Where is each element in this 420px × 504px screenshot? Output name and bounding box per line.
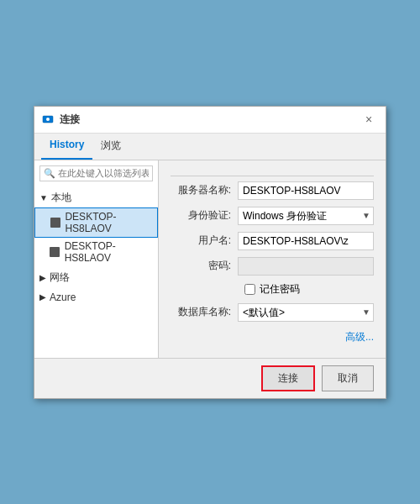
title-bar: 连接 × <box>34 107 386 134</box>
database-select[interactable]: <默认值> <box>238 303 374 322</box>
close-button[interactable]: × <box>359 110 379 129</box>
remember-label: 记住密码 <box>260 282 300 297</box>
search-input[interactable] <box>58 168 149 178</box>
remember-row: 记住密码 <box>171 282 374 297</box>
tree-item-normal[interactable]: DESKTOP-HS8LAOV <box>34 238 158 266</box>
tree-header-azure[interactable]: ▶ Azure <box>34 289 158 306</box>
password-input[interactable] <box>238 257 374 276</box>
auth-select-wrapper: Windows 身份验证 SQL Server 身份验证 ▼ <box>238 207 374 225</box>
left-panel: 🔍 ▼ 本地 DESKTOP-HS8LAOV DESKT <box>34 160 159 358</box>
arrow-icon-azure: ▶ <box>39 292 46 302</box>
username-input[interactable] <box>238 232 374 250</box>
azure-label: Azure <box>50 291 76 303</box>
connect-button[interactable]: 连接 <box>261 365 315 391</box>
bottom-buttons: 连接 取消 <box>34 358 386 398</box>
tree-header-network[interactable]: ▶ 网络 <box>34 268 158 287</box>
dialog-title: 连接 <box>60 113 359 127</box>
server-name-row: 服务器名称: <box>171 181 374 200</box>
password-label: 密码: <box>171 259 238 273</box>
advanced-link[interactable]: 高级... <box>345 331 374 343</box>
tree-item-selected[interactable]: DESKTOP-HS8LAOV <box>34 207 158 238</box>
tree-section-network: ▶ 网络 <box>34 268 158 287</box>
arrow-icon-network: ▶ <box>39 273 46 282</box>
search-box[interactable]: 🔍 <box>39 165 153 181</box>
cancel-button[interactable]: 取消 <box>322 365 374 391</box>
svg-point-1 <box>46 118 50 121</box>
dialog-content: 🔍 ▼ 本地 DESKTOP-HS8LAOV DESKT <box>34 160 386 358</box>
server-icon-selected <box>50 217 60 228</box>
tree-header-local[interactable]: ▼ 本地 <box>34 188 158 207</box>
connect-dialog: 连接 × History 浏览 🔍 ▼ 本地 <box>34 106 386 399</box>
database-label: 数据库名称: <box>171 305 238 319</box>
database-select-wrapper: <默认值> ▼ <box>238 303 374 322</box>
arrow-icon: ▼ <box>39 193 48 202</box>
auth-label: 身份验证: <box>171 208 238 223</box>
server-icon-normal <box>50 246 60 258</box>
tab-browse[interactable]: 浏览 <box>92 134 129 160</box>
auth-select[interactable]: Windows 身份验证 SQL Server 身份验证 <box>238 207 374 225</box>
remember-checkbox[interactable] <box>244 284 255 295</box>
top-divider <box>171 176 374 176</box>
server-name-label: 服务器名称: <box>171 183 238 197</box>
search-icon: 🔍 <box>44 168 55 179</box>
tree-item-label-normal: DESKTOP-HS8LAOV <box>65 240 153 264</box>
tab-history[interactable]: History <box>41 134 92 160</box>
right-panel: 服务器名称: 身份验证: Windows 身份验证 SQL Server 身份验… <box>159 160 386 358</box>
tree-section-local: ▼ 本地 DESKTOP-HS8LAOV DESKTOP-HS8LAOV <box>34 188 158 266</box>
network-label: 网络 <box>50 270 70 285</box>
tree-section-azure: ▶ Azure <box>34 289 158 306</box>
dialog-icon <box>41 113 55 126</box>
password-row: 密码: <box>171 257 374 276</box>
local-label: 本地 <box>51 191 71 205</box>
tree: ▼ 本地 DESKTOP-HS8LAOV DESKTOP-HS8LAOV <box>34 186 158 358</box>
username-row: 用户名: <box>171 232 374 250</box>
auth-row: 身份验证: Windows 身份验证 SQL Server 身份验证 ▼ <box>171 207 374 225</box>
username-label: 用户名: <box>171 234 238 248</box>
tabs-bar: History 浏览 <box>34 134 386 160</box>
server-name-input[interactable] <box>238 181 374 200</box>
tree-item-label-selected: DESKTOP-HS8LAOV <box>65 211 152 234</box>
database-row: 数据库名称: <默认值> ▼ <box>171 303 374 322</box>
